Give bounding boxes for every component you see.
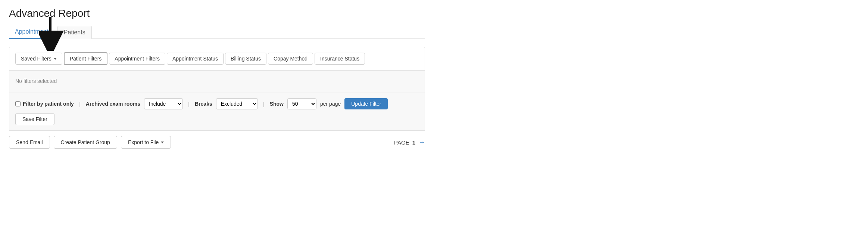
action-bar: Send Email Create Patient Group Export t… — [9, 131, 425, 149]
appointment-filters-button[interactable]: Appointment Filters — [109, 53, 165, 65]
breaks-select[interactable]: Excluded Included — [216, 98, 258, 109]
next-page-arrow[interactable]: → — [418, 139, 425, 146]
export-to-file-button[interactable]: Export to File — [121, 136, 171, 149]
tab-appointments[interactable]: Appointments — [9, 25, 57, 39]
saved-filters-button[interactable]: Saved Filters — [15, 53, 62, 65]
separator-2: | — [188, 101, 190, 107]
page-info: PAGE 1 → — [394, 139, 425, 146]
create-patient-group-button[interactable]: Create Patient Group — [54, 136, 117, 149]
show-select[interactable]: 50 25 100 200 — [287, 98, 316, 109]
archived-exam-rooms-select[interactable]: Include Exclude — [144, 98, 183, 109]
breaks-label: Breaks — [195, 101, 212, 107]
page-label: PAGE — [394, 139, 409, 146]
billing-status-button[interactable]: Billing Status — [225, 53, 266, 65]
show-label: Show — [270, 101, 284, 107]
per-page-label: per page — [320, 101, 341, 107]
separator-1: | — [79, 101, 81, 107]
no-filters-text: No filters selected — [15, 78, 57, 84]
filter-bar: Saved Filters Patient Filters Appointmen… — [9, 47, 425, 71]
page-title: Advanced Report — [9, 7, 425, 19]
save-filter-button[interactable]: Save Filter — [15, 113, 54, 125]
action-bar-left: Send Email Create Patient Group Export t… — [9, 136, 171, 149]
no-filters-area: No filters selected — [9, 71, 425, 93]
patient-filters-button[interactable]: Patient Filters — [64, 52, 108, 65]
archived-exam-rooms-label: Archived exam rooms — [86, 101, 140, 107]
tab-patients[interactable]: Patients — [57, 26, 92, 39]
send-email-button[interactable]: Send Email — [9, 136, 50, 149]
copay-method-button[interactable]: Copay Method — [268, 53, 313, 65]
chevron-down-icon — [54, 58, 57, 60]
appointment-status-button[interactable]: Appointment Status — [167, 53, 224, 65]
update-filter-button[interactable]: Update Filter — [344, 98, 388, 109]
filter-by-patient-label[interactable]: Filter by patient only — [15, 101, 74, 107]
tabs-container: Appointments Patients — [9, 25, 425, 39]
export-chevron-icon — [161, 142, 164, 143]
filter-by-patient-checkbox[interactable] — [15, 101, 21, 106]
bottom-controls: Filter by patient only | Archived exam r… — [9, 93, 425, 131]
page-number: 1 — [412, 139, 415, 146]
separator-3: | — [263, 101, 265, 107]
insurance-status-button[interactable]: Insurance Status — [315, 53, 365, 65]
